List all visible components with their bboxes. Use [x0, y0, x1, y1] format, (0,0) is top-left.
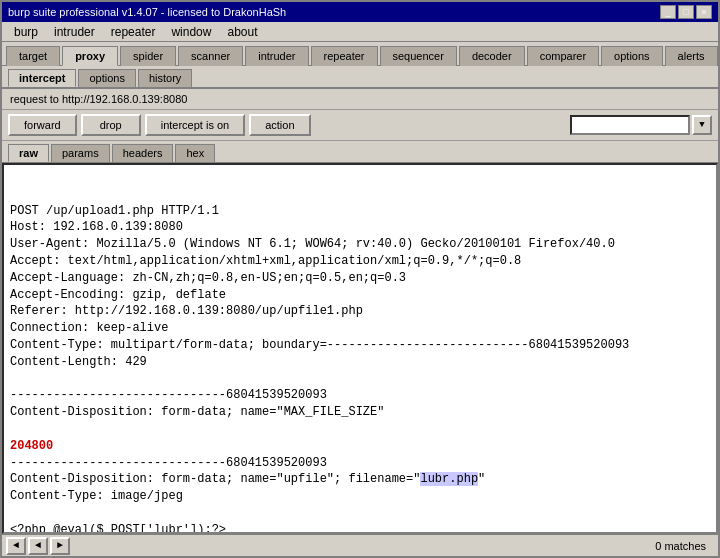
matches-text: 0 matches [655, 540, 714, 552]
value-204800: 204800 [10, 439, 53, 453]
viewtab-raw[interactable]: raw [8, 144, 49, 162]
menu-about[interactable]: about [219, 23, 265, 41]
tab-spider[interactable]: spider [120, 46, 176, 66]
menu-bar: burp intruder repeater window about [2, 22, 718, 42]
tab-options[interactable]: options [601, 46, 662, 66]
status-bar: ◄ ◄ ► 0 matches [2, 534, 718, 556]
request-label: request to http://192.168.0.139:8080 [10, 93, 187, 105]
intercept-button[interactable]: intercept is on [145, 114, 245, 136]
drop-button[interactable]: drop [81, 114, 141, 136]
content-pre: POST /up/upload1.php HTTP/1.1 Host: 192.… [10, 203, 710, 534]
tab-sequencer[interactable]: sequencer [380, 46, 457, 66]
tab-target[interactable]: target [6, 46, 60, 66]
forward-button[interactable]: forward [8, 114, 77, 136]
menu-intruder[interactable]: intruder [46, 23, 103, 41]
nav-first-button[interactable]: ◄ [6, 537, 26, 555]
nav-controls: ◄ ◄ ► [6, 537, 70, 555]
menu-window[interactable]: window [163, 23, 219, 41]
menu-repeater[interactable]: repeater [103, 23, 164, 41]
request-bar: request to http://192.168.0.139:8080 [2, 89, 718, 110]
tab-alerts[interactable]: alerts [665, 46, 718, 66]
toolbar: forward drop intercept is on action ▼ [2, 110, 718, 141]
viewtab-headers[interactable]: headers [112, 144, 174, 162]
line-1: POST /up/upload1.php HTTP/1.1 Host: 192.… [10, 204, 629, 420]
view-tab-bar: raw params headers hex [2, 141, 718, 163]
filename-highlight: lubr.php [420, 472, 478, 486]
line-after-red: ------------------------------6804153952… [10, 456, 485, 534]
tab-repeater[interactable]: repeater [311, 46, 378, 66]
minimize-button[interactable]: _ [660, 5, 676, 19]
tab-intruder[interactable]: intruder [245, 46, 308, 66]
subtab-history[interactable]: history [138, 69, 192, 87]
maximize-button[interactable]: □ [678, 5, 694, 19]
tab-comparer[interactable]: comparer [527, 46, 599, 66]
content-area[interactable]: POST /up/upload1.php HTTP/1.1 Host: 192.… [2, 163, 718, 534]
nav-next-button[interactable]: ► [50, 537, 70, 555]
subtab-intercept[interactable]: intercept [8, 69, 76, 87]
close-button[interactable]: × [696, 5, 712, 19]
main-tab-bar: target proxy spider scanner intruder rep… [2, 42, 718, 66]
viewtab-hex[interactable]: hex [175, 144, 215, 162]
tab-scanner[interactable]: scanner [178, 46, 243, 66]
search-input[interactable] [570, 115, 690, 135]
search-box: ▼ [570, 115, 712, 135]
window-controls: _ □ × [660, 5, 712, 19]
sub-tab-bar: intercept options history [2, 66, 718, 89]
menu-burp[interactable]: burp [6, 23, 46, 41]
search-dropdown-button[interactable]: ▼ [692, 115, 712, 135]
title-text: burp suite professional v1.4.07 - licens… [8, 6, 286, 18]
nav-prev-button[interactable]: ◄ [28, 537, 48, 555]
tab-decoder[interactable]: decoder [459, 46, 525, 66]
viewtab-params[interactable]: params [51, 144, 110, 162]
app-window: burp suite professional v1.4.07 - licens… [2, 2, 718, 556]
action-button[interactable]: action [249, 114, 310, 136]
tab-proxy[interactable]: proxy [62, 46, 118, 66]
subtab-options[interactable]: options [78, 69, 135, 87]
title-bar: burp suite professional v1.4.07 - licens… [2, 2, 718, 22]
